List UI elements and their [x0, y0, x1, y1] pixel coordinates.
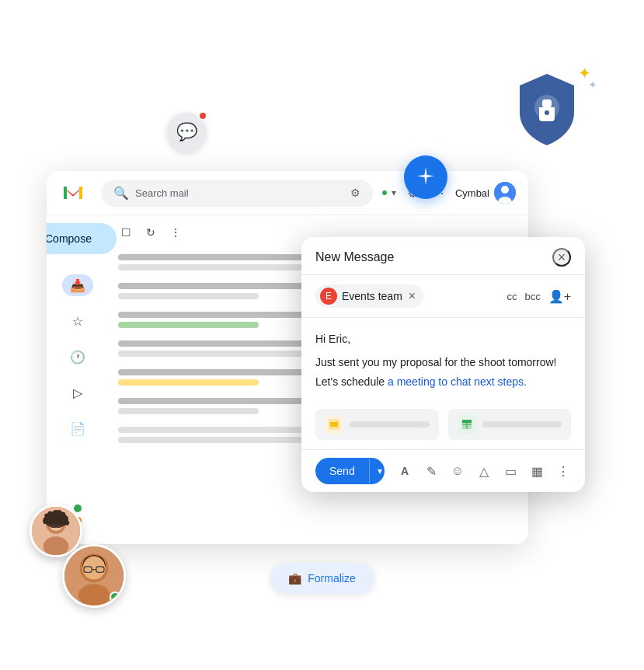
sidebar-item-starred[interactable]: ☆ — [62, 310, 93, 332]
compose-window: New Message × E Events team × cc bcc 👤+ … — [301, 237, 585, 492]
sheets-icon — [458, 415, 476, 434]
sidebar-item-snoozed[interactable]: 🕐 — [62, 346, 93, 368]
close-button[interactable]: × — [552, 248, 571, 267]
svg-rect-1 — [542, 99, 552, 107]
body-line2-normal: Let's schedule — [315, 375, 385, 388]
recipient-avatar: E — [320, 288, 337, 305]
header-right-icons: ▾ ⚙ ⋯ Cymbal — [381, 182, 516, 204]
calendar-icon[interactable]: ▦ — [529, 463, 545, 479]
sidebar-item-sent[interactable]: ▷ — [62, 382, 93, 403]
send-dropdown-button[interactable]: ▾ — [369, 459, 385, 483]
star-icon: ☆ — [72, 314, 83, 329]
person1-image — [32, 507, 80, 555]
email-label-line — [118, 322, 259, 328]
avatar-person1 — [30, 504, 82, 557]
avatar-person2 — [62, 544, 126, 608]
inbox-icon: 📥 — [70, 278, 85, 293]
drafts-icon: 📄 — [70, 421, 85, 436]
svg-rect-4 — [64, 187, 67, 199]
cc-button[interactable]: cc — [506, 291, 517, 302]
gmail-logo-icon — [59, 179, 87, 207]
svg-point-7 — [501, 186, 509, 194]
attachment-filename-line — [350, 421, 430, 427]
compose-title: New Message — [315, 250, 394, 264]
gemini-button[interactable] — [404, 155, 447, 199]
cymbal-label: Cymbal — [455, 187, 489, 199]
drive-icon[interactable]: △ — [476, 463, 492, 479]
gemini-star-icon — [414, 166, 437, 189]
svg-rect-11 — [330, 422, 338, 427]
send-icon: ▷ — [73, 386, 82, 400]
recipient-name: Events team — [342, 290, 402, 302]
select-all-icon[interactable]: ☐ — [118, 225, 134, 240]
online-status-dot — [381, 189, 388, 197]
attachment-filename-line — [482, 421, 562, 427]
sidebar-item-inbox[interactable]: 📥 — [62, 274, 93, 296]
scene: ✦ ✦ 🔍 Search mail ⚙ — [0, 0, 644, 670]
sidebar-item-drafts[interactable]: 📄 — [62, 417, 93, 439]
status-indicator: ▾ — [381, 187, 396, 198]
notification-dot — [198, 111, 207, 120]
cymbal-brand: Cymbal — [455, 182, 516, 204]
chat-bubble-float[interactable]: 💬 — [167, 113, 206, 152]
filter-icon[interactable]: ⚙ — [350, 187, 360, 199]
sparkle-diamond-icon: ✦ — [588, 78, 597, 92]
chat-icon: 💬 — [176, 122, 197, 142]
svg-rect-3 — [59, 179, 87, 207]
email-subject-line — [118, 408, 259, 414]
shield-float: ✦ ✦ — [512, 70, 582, 151]
compose-button[interactable]: ✏ Compose — [47, 223, 117, 254]
format-text-icon[interactable]: A — [397, 463, 413, 479]
attachment-sheets[interactable] — [448, 409, 572, 440]
more-options-icon[interactable]: ⋮ — [555, 463, 571, 479]
greeting-text: Hi Eric, — [315, 330, 571, 347]
compose-footer: Send ▾ A ✎ ☺ △ ▭ ▦ ⋮ — [301, 449, 585, 492]
gmail-search-bar[interactable]: 🔍 Search mail ⚙ — [101, 180, 373, 207]
body-line2: Let's schedule a meeting to chat next st… — [315, 373, 571, 390]
email-subject-line — [118, 293, 259, 299]
to-actions: cc bcc 👤+ — [506, 289, 571, 304]
more-icon[interactable]: ⋮ — [168, 225, 183, 240]
svg-point-24 — [82, 557, 106, 580]
send-button-group: Send ▾ — [315, 458, 385, 484]
emoji-icon[interactable]: ☺ — [450, 463, 465, 479]
clock-icon: 🕐 — [70, 350, 85, 365]
compose-body[interactable]: Hi Eric, Just sent you my proposal for t… — [301, 318, 585, 403]
gmail-header: 🔍 Search mail ⚙ ▾ ⚙ ⋯ Cymbal — [47, 171, 528, 215]
add-recipient-icon[interactable]: 👤+ — [548, 289, 571, 304]
image-icon[interactable]: ▭ — [503, 463, 518, 479]
online-indicator — [110, 591, 120, 602]
svg-rect-5 — [79, 187, 82, 199]
gmail-sidebar: ✏ Compose 📥 ☆ 🕐 ▷ — [47, 215, 109, 544]
search-icon: 🔍 — [113, 186, 129, 201]
attachment-slides[interactable] — [315, 409, 439, 440]
slides-icon — [325, 415, 343, 434]
body-line1: Just sent you my proposal for the shoot … — [315, 354, 571, 371]
label-dot-green — [74, 504, 82, 512]
formalize-label: Formalize — [308, 572, 355, 585]
email-label-line — [118, 379, 259, 386]
send-button[interactable]: Send — [315, 458, 369, 484]
footer-icons: A ✎ ☺ △ ▭ ▦ ⋮ — [397, 463, 571, 479]
search-placeholder: Search mail — [135, 187, 189, 199]
bcc-button[interactable]: bcc — [524, 291, 540, 302]
edit-pen-icon[interactable]: ✎ — [423, 463, 439, 479]
refresh-icon[interactable]: ↻ — [143, 225, 158, 240]
cymbal-avatar — [494, 182, 516, 204]
compose-to-row: E Events team × cc bcc 👤+ — [301, 275, 585, 318]
svg-point-2 — [545, 110, 549, 115]
briefcase-icon: 💼 — [288, 572, 301, 585]
recipient-chip[interactable]: E Events team × — [315, 284, 423, 308]
remove-recipient-icon[interactable]: × — [409, 289, 416, 303]
compose-window-header: New Message × — [301, 237, 585, 275]
formalize-button[interactable]: 💼 Formalize — [270, 563, 374, 594]
compose-label: Compose — [47, 232, 92, 245]
body-line2-highlight: a meeting to chat next steps. — [385, 375, 527, 388]
sidebar-nav: 📥 ☆ 🕐 ▷ 📄 — [62, 274, 93, 439]
compose-attachments — [301, 403, 585, 449]
